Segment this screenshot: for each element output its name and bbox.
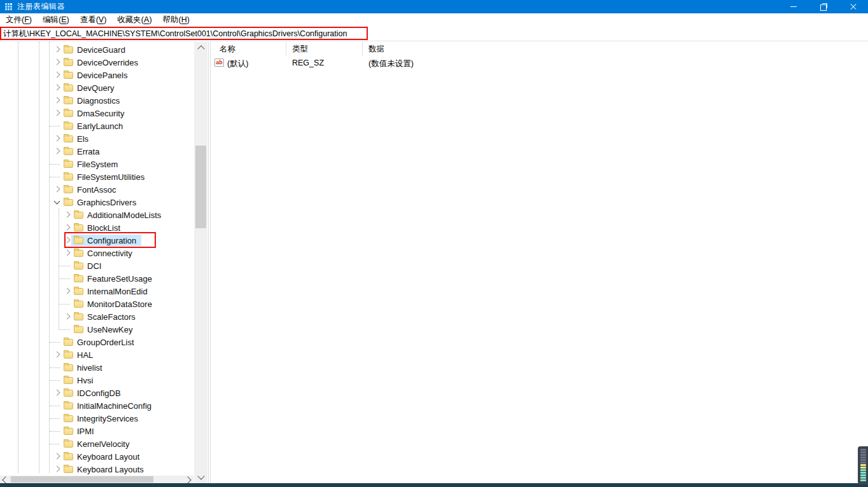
tree-item-scalefactors[interactable]: ScaleFactors: [0, 310, 193, 323]
expand-arrow-icon[interactable]: [54, 97, 60, 104]
expand-arrow-icon[interactable]: [54, 453, 60, 460]
tree-item-hvsi[interactable]: Hvsi: [0, 374, 193, 387]
folder-icon: [64, 453, 73, 460]
tree-item-errata[interactable]: Errata: [0, 145, 193, 158]
tree-item-deviceguard[interactable]: DeviceGuard: [0, 43, 193, 56]
expand-arrow-icon[interactable]: [54, 148, 60, 154]
scroll-left-icon[interactable]: [2, 476, 9, 483]
tree-item-initialmachineconfig[interactable]: InitialMachineConfig: [0, 399, 193, 412]
tree-item-ipmi[interactable]: IPMI: [0, 425, 193, 437]
tree-item-hivelist[interactable]: hivelist: [0, 361, 193, 374]
tree-item-integrityservices[interactable]: IntegrityServices: [0, 412, 193, 425]
column-header-type[interactable]: 类型: [286, 42, 363, 56]
tree-item-graphicsdrivers[interactable]: GraphicsDrivers: [0, 196, 193, 209]
expand-arrow-icon[interactable]: [54, 72, 60, 78]
scroll-right-icon[interactable]: [184, 476, 191, 483]
expand-arrow-icon[interactable]: [64, 224, 71, 231]
tree-item-connectivity[interactable]: Connectivity: [0, 247, 193, 259]
scroll-up-icon[interactable]: [197, 45, 204, 52]
tree-item-grouporderlist[interactable]: GroupOrderList: [0, 336, 193, 348]
expand-arrow-icon[interactable]: [64, 212, 71, 218]
column-header-name[interactable]: 名称: [211, 42, 286, 56]
tree-item-els[interactable]: Els: [0, 132, 193, 145]
tree-item-earlylaunch[interactable]: EarlyLaunch: [0, 120, 193, 132]
expand-arrow-icon[interactable]: [54, 85, 60, 91]
collapse-arrow-icon[interactable]: [54, 198, 60, 205]
tree-guide-stub: [50, 164, 60, 165]
tree-item-dmasecurity[interactable]: DmaSecurity: [0, 107, 193, 120]
tree-item-label: DevQuery: [77, 83, 115, 93]
tree-item-label: DeviceOverrides: [77, 58, 138, 67]
tree-item-blocklist[interactable]: BlockList: [0, 221, 193, 234]
folder-icon: [64, 72, 73, 79]
tree-guide-stub: [50, 177, 60, 177]
tree-item-additionalmodelists[interactable]: AdditionalModeLists: [0, 209, 193, 221]
value-row[interactable]: ab(默认)REG_SZ(数值未设置): [211, 57, 868, 69]
menu-item-view[interactable]: 查看(V): [80, 15, 107, 25]
expand-arrow-icon[interactable]: [64, 237, 71, 244]
folder-icon: [74, 288, 83, 295]
tree-item-monitordatastore[interactable]: MonitorDataStore: [0, 298, 193, 310]
tree-item-hal[interactable]: HAL: [0, 348, 193, 361]
tree-item-label: AdditionalModeLists: [87, 210, 161, 220]
tree-item-devicepanels[interactable]: DevicePanels: [0, 69, 193, 81]
tree-guide-stub: [50, 126, 60, 127]
expand-arrow-icon[interactable]: [54, 390, 60, 396]
expand-arrow-icon[interactable]: [54, 59, 60, 65]
column-header-data[interactable]: 数据: [363, 42, 573, 56]
menu-item-file[interactable]: 文件(F): [6, 15, 32, 25]
tree-item-usenewkey[interactable]: UseNewKey: [0, 323, 193, 336]
tree-item-kernelvelocity[interactable]: KernelVelocity: [0, 437, 193, 450]
horizontal-scroll-thumb[interactable]: [11, 476, 153, 483]
folder-icon: [64, 428, 73, 435]
tree-guide-stub: [59, 304, 70, 305]
menu-item-favorites[interactable]: 收藏夹(A): [117, 15, 151, 25]
tree-item-diagnostics[interactable]: Diagnostics: [0, 94, 193, 107]
tree-item-devquery[interactable]: DevQuery: [0, 81, 193, 94]
panel-separator[interactable]: [208, 42, 211, 483]
restore-button[interactable]: [808, 0, 838, 13]
tree-item-filesystemutilities[interactable]: FileSystemUtilities: [0, 170, 193, 183]
expand-arrow-icon[interactable]: [54, 186, 60, 193]
value-name: (默认): [227, 58, 248, 69]
tree-item-filesystem[interactable]: FileSystem: [0, 158, 193, 170]
folder-icon: [74, 313, 83, 320]
vertical-scroll-thumb[interactable]: [195, 146, 206, 228]
tree-item-fontassoc[interactable]: FontAssoc: [0, 183, 193, 196]
address-bar[interactable]: 计算机\HKEY_LOCAL_MACHINE\SYSTEM\ControlSet…: [0, 27, 868, 41]
expand-arrow-icon[interactable]: [64, 250, 71, 256]
tree-item-idconfigdb[interactable]: IDConfigDB: [0, 387, 193, 399]
tree-item-configuration[interactable]: Configuration: [0, 234, 193, 247]
tree-item-keyboard-layout[interactable]: Keyboard Layout: [0, 450, 193, 463]
main-area: DeviceGuardDeviceOverridesDevicePanelsDe…: [0, 42, 868, 483]
expand-arrow-icon[interactable]: [54, 352, 60, 358]
tree-item-deviceoverrides[interactable]: DeviceOverrides: [0, 56, 193, 69]
menu-item-help[interactable]: 帮助(H): [163, 15, 190, 25]
expand-arrow-icon[interactable]: [54, 110, 60, 116]
folder-icon: [74, 237, 83, 244]
expand-arrow-icon[interactable]: [54, 135, 60, 142]
tree-item-keyboard-layouts[interactable]: Keyboard Layouts: [0, 463, 193, 476]
folder-icon: [74, 301, 83, 308]
expand-arrow-icon[interactable]: [64, 288, 71, 294]
close-button[interactable]: [838, 0, 868, 13]
tree-item-internalmonedid[interactable]: InternalMonEdid: [0, 285, 193, 298]
folder-icon: [64, 339, 73, 346]
list-header: 名称类型数据: [211, 42, 868, 56]
minimize-button[interactable]: [778, 0, 808, 13]
vertical-scrollbar[interactable]: [194, 42, 207, 483]
tree-item-featuresetusage[interactable]: FeatureSetUsage: [0, 272, 193, 285]
tree-item-label: IPMI: [77, 427, 94, 436]
tree-item-label: Errata: [77, 147, 99, 156]
tree-item-dci[interactable]: DCI: [0, 259, 193, 272]
expand-arrow-icon[interactable]: [54, 46, 60, 53]
folder-icon: [64, 466, 73, 473]
expand-arrow-icon[interactable]: [64, 313, 71, 320]
tree-item-label: GroupOrderList: [77, 338, 134, 347]
scroll-down-icon[interactable]: [197, 472, 204, 479]
expand-arrow-icon[interactable]: [54, 466, 60, 472]
registry-tree[interactable]: DeviceGuardDeviceOverridesDevicePanelsDe…: [0, 42, 193, 483]
horizontal-scrollbar[interactable]: [0, 476, 193, 483]
menu-item-edit[interactable]: 编辑(E): [43, 15, 69, 25]
folder-icon: [64, 148, 73, 155]
